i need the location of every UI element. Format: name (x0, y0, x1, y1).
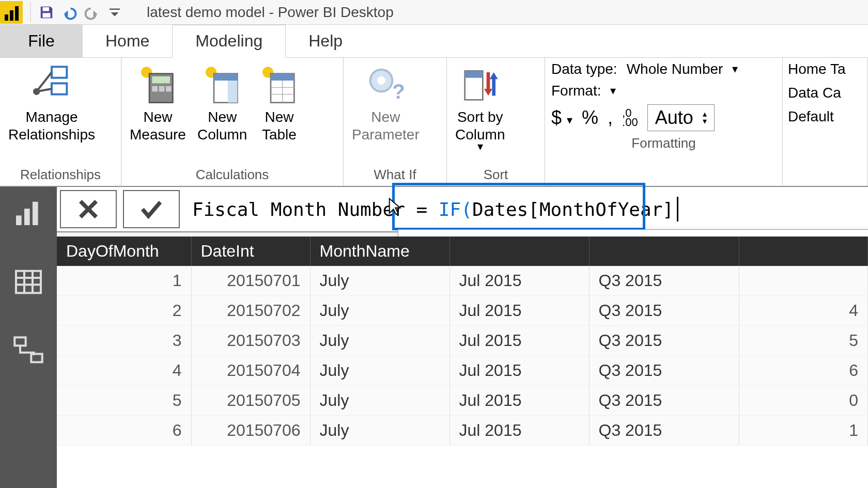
cancel-formula-button[interactable] (60, 190, 117, 228)
formula-bar: Fiscal Month Number = IF( Dates[MonthOfY… (57, 187, 868, 232)
data-category-dropdown[interactable]: Data Ca (788, 85, 862, 101)
ribbon: Manage Relationships Relationships New M… (0, 58, 868, 187)
sort-by-column-button[interactable]: Sort by Column ▾ (452, 62, 508, 152)
app-logo-icon (0, 1, 23, 24)
tab-file[interactable]: File (0, 25, 83, 57)
table-row[interactable]: 520150705JulyJul 2015Q3 20150 (57, 386, 868, 416)
sort-by-column-label: Sort by Column (455, 108, 505, 144)
cell-fiscal: 6 (739, 356, 868, 386)
spin-down-icon[interactable]: ▾ (703, 118, 707, 125)
table-header-row: DayOfMonth DateInt MonthName (57, 237, 868, 266)
cell-dateint: 20150703 (191, 326, 310, 356)
new-parameter-button[interactable]: ? New Parameter (349, 62, 423, 146)
cell-monthname: July (310, 386, 450, 416)
svg-rect-11 (166, 86, 172, 92)
svg-rect-30 (16, 271, 41, 293)
chevron-down-icon: ▾ (567, 114, 572, 127)
group-label-calculations: Calculations (121, 166, 343, 186)
chevron-down-icon: ▾ (477, 144, 483, 150)
sort-icon (459, 64, 501, 105)
currency-button[interactable]: $ ▾ (551, 107, 572, 129)
new-column-icon (202, 64, 243, 105)
cell-dayofmonth: 5 (57, 386, 191, 416)
thousands-button[interactable]: , (608, 107, 613, 129)
new-parameter-label: New Parameter (352, 108, 420, 144)
cell-monthyear: Jul 2015 (450, 416, 589, 446)
cell-quarteryear: Q3 2015 (589, 326, 739, 356)
data-type-dropdown[interactable]: Data type: Whole Number ▾ (551, 61, 776, 77)
new-table-button[interactable]: New Table (255, 62, 303, 146)
cell-dateint: 20150706 (191, 416, 310, 446)
cell-quarteryear: Q3 2015 (589, 416, 739, 446)
tab-home[interactable]: Home (83, 25, 172, 57)
decimals-value: Auto (655, 107, 693, 129)
svg-rect-4 (52, 83, 67, 94)
new-table-label: New Table (262, 108, 297, 144)
svg-point-5 (33, 88, 40, 95)
default-summarization-dropdown[interactable]: Default (788, 108, 862, 125)
svg-rect-15 (228, 81, 238, 103)
home-table-dropdown[interactable]: Home Ta (788, 61, 862, 77)
group-label-sort: Sort (447, 166, 545, 186)
col-header-quarteryear[interactable] (589, 237, 739, 266)
qat-customize-button[interactable] (103, 1, 126, 24)
table-row[interactable]: 120150701JulyJul 2015Q3 2015 (57, 266, 868, 296)
col-header-fiscal[interactable] (739, 237, 868, 266)
formula-input[interactable]: Fiscal Month Number = IF( Dates[MonthOfY… (183, 187, 868, 231)
col-header-monthname[interactable]: MonthName (310, 237, 450, 266)
cell-fiscal: 0 (739, 386, 868, 416)
commit-formula-button[interactable] (123, 190, 180, 228)
new-measure-icon (137, 64, 178, 105)
formula-measure-name: Fiscal Month Number = (192, 199, 427, 220)
cell-dateint: 20150705 (191, 386, 310, 416)
model-view-button[interactable] (12, 335, 45, 368)
chevron-down-icon: ▾ (732, 66, 738, 72)
format-dropdown[interactable]: Format: ▾ (551, 83, 776, 99)
svg-rect-14 (214, 74, 237, 81)
cell-dateint: 20150702 (191, 296, 310, 326)
cell-monthyear: Jul 2015 (450, 266, 589, 296)
table-row[interactable]: 320150703JulyJul 2015Q3 20155 (57, 326, 868, 356)
table-row[interactable]: 420150704JulyJul 2015Q3 20156 (57, 356, 868, 386)
formula-argument: Dates[MonthOfYear] (472, 199, 674, 220)
gear-question-icon: ? (365, 64, 406, 105)
svg-point-23 (377, 76, 385, 85)
decimals-icon: ,0.00 (622, 108, 638, 127)
redo-button[interactable] (81, 1, 103, 24)
text-caret (677, 197, 678, 222)
new-measure-button[interactable]: New Measure (127, 62, 189, 146)
save-button[interactable] (35, 1, 58, 24)
tab-modeling[interactable]: Modeling (172, 25, 286, 58)
svg-rect-0 (43, 7, 50, 11)
cell-dayofmonth: 3 (57, 326, 191, 356)
svg-rect-28 (24, 209, 30, 225)
cell-monthyear: Jul 2015 (450, 296, 589, 326)
cell-monthyear: Jul 2015 (450, 326, 589, 356)
undo-button[interactable] (58, 1, 81, 24)
svg-rect-27 (16, 215, 22, 225)
ribbon-group-relationships: Manage Relationships Relationships (0, 58, 121, 186)
svg-rect-10 (159, 86, 165, 92)
data-grid[interactable]: DayOfMonth DateInt MonthName 120150701Ju… (57, 237, 868, 488)
ribbon-group-sort: Sort by Column ▾ Sort (447, 58, 545, 186)
svg-rect-3 (52, 67, 67, 77)
tab-help[interactable]: Help (286, 25, 365, 57)
data-view-button[interactable] (12, 265, 45, 298)
group-label-relationships: Relationships (0, 166, 121, 186)
table-row[interactable]: 620150706JulyJul 2015Q3 20151 (57, 416, 868, 446)
col-header-dayofmonth[interactable]: DayOfMonth (57, 237, 191, 266)
report-view-button[interactable] (12, 196, 45, 229)
svg-rect-26 (465, 71, 483, 77)
cell-dayofmonth: 2 (57, 296, 191, 326)
cell-monthname: July (310, 296, 450, 326)
content-area: Fiscal Month Number = IF( Dates[MonthOfY… (57, 187, 868, 488)
decimals-spinner[interactable]: Auto ▴ ▾ (647, 104, 715, 131)
new-column-button[interactable]: New Column (194, 62, 250, 146)
cell-monthname: July (310, 416, 450, 446)
percent-button[interactable]: % (582, 107, 598, 129)
cell-quarteryear: Q3 2015 (589, 356, 739, 386)
table-row[interactable]: 220150702JulyJul 2015Q3 20154 (57, 296, 868, 326)
col-header-monthyear[interactable] (450, 237, 589, 266)
manage-relationships-button[interactable]: Manage Relationships (5, 62, 98, 146)
col-header-dateint[interactable]: DateInt (191, 237, 310, 266)
